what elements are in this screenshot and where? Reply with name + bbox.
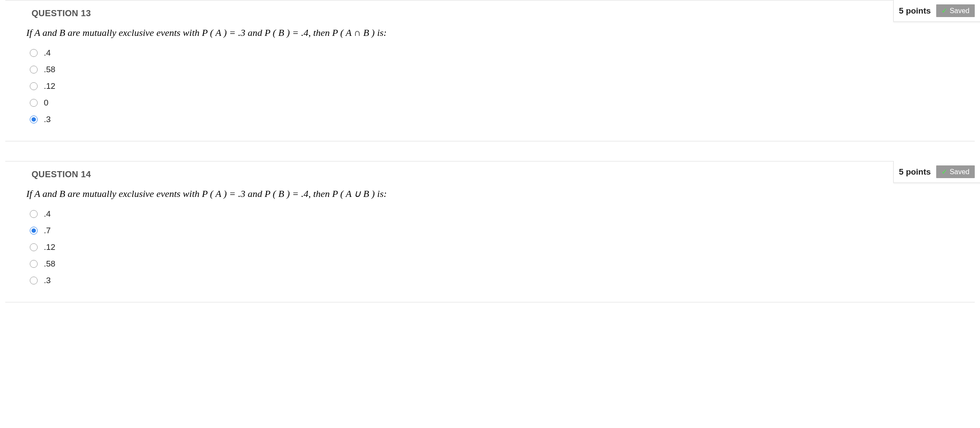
option-row[interactable]: .58	[30, 61, 957, 78]
option-row[interactable]: .3	[30, 111, 957, 128]
question-header: QUESTION 13 5 points ✓ Saved	[5, 8, 975, 27]
option-row[interactable]: .4	[30, 206, 957, 222]
radio-icon[interactable]	[30, 116, 38, 123]
points-label: 5 points	[899, 6, 931, 16]
question-block-13: QUESTION 13 5 points ✓ Saved If A and B …	[5, 0, 975, 141]
saved-badge: ✓ Saved	[936, 4, 975, 17]
options-list: .4 .58 .12 0 .3	[5, 45, 975, 128]
option-row[interactable]: .12	[30, 239, 957, 256]
radio-icon[interactable]	[30, 210, 38, 218]
option-label: .12	[44, 81, 55, 91]
radio-icon[interactable]	[30, 227, 38, 235]
option-label: .3	[44, 115, 51, 124]
option-row[interactable]: .4	[30, 45, 957, 61]
option-row[interactable]: .7	[30, 222, 957, 239]
option-row[interactable]: .3	[30, 272, 957, 289]
question-block-14: QUESTION 14 5 points ✓ Saved If A and B …	[5, 161, 975, 302]
options-list: .4 .7 .12 .58 .3	[5, 206, 975, 289]
option-row[interactable]: .58	[30, 256, 957, 272]
option-label: .7	[44, 226, 51, 235]
radio-icon[interactable]	[30, 277, 38, 284]
radio-icon[interactable]	[30, 49, 38, 57]
check-icon: ✓	[941, 7, 947, 15]
option-label: .58	[44, 259, 55, 269]
question-title: QUESTION 14	[32, 169, 91, 179]
option-row[interactable]: .12	[30, 78, 957, 95]
radio-icon[interactable]	[30, 82, 38, 90]
question-prompt: If A and B are mutually exclusive events…	[5, 27, 975, 45]
radio-icon[interactable]	[30, 66, 38, 74]
question-header: QUESTION 14 5 points ✓ Saved	[5, 169, 975, 188]
points-label: 5 points	[899, 167, 931, 177]
radio-icon[interactable]	[30, 99, 38, 107]
saved-label: Saved	[950, 168, 969, 176]
option-label: .4	[44, 209, 51, 219]
check-icon: ✓	[941, 168, 947, 176]
question-title: QUESTION 13	[32, 8, 91, 18]
option-label: .3	[44, 276, 51, 285]
question-prompt: If A and B are mutually exclusive events…	[5, 188, 975, 206]
status-box: 5 points ✓ Saved	[893, 161, 980, 183]
saved-label: Saved	[950, 7, 969, 15]
radio-icon[interactable]	[30, 243, 38, 251]
status-box: 5 points ✓ Saved	[893, 0, 980, 22]
radio-icon[interactable]	[30, 260, 38, 268]
option-label: .12	[44, 242, 55, 252]
option-row[interactable]: 0	[30, 95, 957, 111]
option-label: .4	[44, 48, 51, 58]
option-label: .58	[44, 65, 55, 74]
saved-badge: ✓ Saved	[936, 165, 975, 178]
option-label: 0	[44, 98, 49, 108]
quiz-container: QUESTION 13 5 points ✓ Saved If A and B …	[0, 0, 980, 302]
